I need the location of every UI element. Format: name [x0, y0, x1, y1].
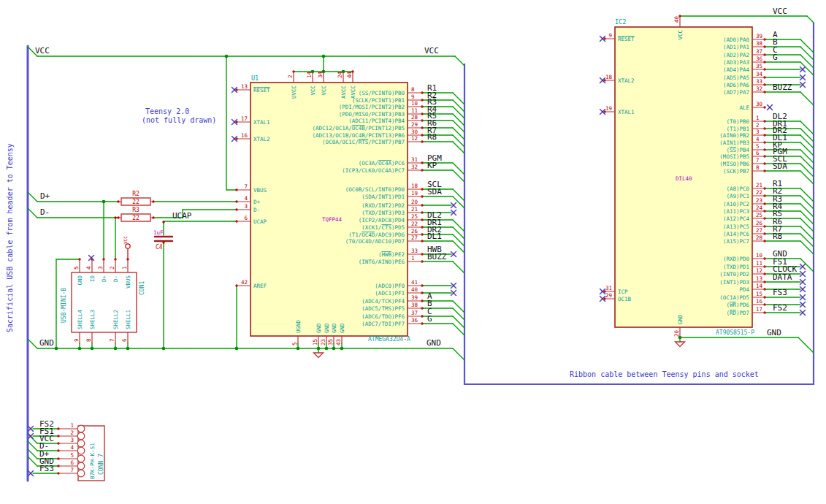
- pin-name: (INT0)PD2: [719, 271, 749, 278]
- pin-name: OC1B: [618, 296, 632, 302]
- pin-number: 20: [411, 199, 418, 205]
- net-label: GND: [39, 338, 54, 348]
- pin-number: 4: [85, 266, 92, 270]
- pin-name: D-: [112, 275, 119, 282]
- pin-number: 2: [109, 266, 115, 270]
- pin-name: (MISO)PB6: [719, 161, 749, 167]
- net-label: FS2: [773, 303, 787, 313]
- resistor-value: 22: [132, 199, 139, 205]
- pin-name: (HWB)PE2: [378, 251, 405, 258]
- net-label: GND: [427, 338, 441, 348]
- con1-reference: CON1: [139, 281, 145, 295]
- pin-number: 4: [756, 136, 760, 142]
- pin-name: GND: [316, 323, 322, 333]
- pin-number: 33: [411, 248, 418, 254]
- pin-name: RESET: [618, 36, 635, 42]
- pin-number: 18: [605, 74, 613, 80]
- pin-number: 15: [756, 291, 762, 297]
- pin-number: 10: [756, 252, 763, 259]
- net-label: G: [773, 53, 778, 62]
- pin-name: (ADC0)PF0: [375, 283, 405, 289]
- pin-name: (ADC11/PCINT4)PB4: [348, 118, 405, 124]
- pin-number: 6: [70, 459, 74, 466]
- pin-number: 22: [411, 221, 418, 227]
- pin-name: VBUS: [125, 275, 131, 289]
- no-connect-icon: [768, 105, 773, 110]
- pin-number: 23: [756, 197, 762, 204]
- pin-number: 10: [411, 100, 418, 107]
- schematic-page: R1R2R3R4R5R6R7R8PGMKPSCLSDADL2DR1DR2DL1H…: [0, 0, 826, 504]
- pin-name: RESET: [253, 87, 270, 93]
- pin-number: 41: [411, 279, 418, 286]
- capacitor-value: 1uF: [153, 229, 164, 236]
- pin-number: 21: [411, 206, 418, 213]
- pin-name: VCC: [310, 85, 316, 96]
- pin-number: 3: [244, 203, 248, 210]
- net-label: VCC: [424, 46, 439, 56]
- component-r2: R222: [121, 191, 150, 205]
- pin-name: (T0/OC4D/ADC10)PD7: [345, 238, 405, 245]
- pin-number: 16: [241, 132, 248, 139]
- pin-number: 20: [673, 329, 680, 337]
- pin-number: 14: [306, 71, 313, 78]
- pin-number: 40: [411, 286, 418, 293]
- net-label: FS3: [773, 288, 787, 297]
- pin-name: SHELL3: [89, 310, 96, 329]
- pin-number: 8: [756, 164, 760, 171]
- pin-name: (AD5)PA5: [723, 75, 749, 81]
- pin-name: (ADC7/TDI)PF7: [362, 321, 405, 327]
- pin-number: 28: [411, 114, 418, 121]
- ic2-reference: IC2: [615, 18, 626, 26]
- component-u1: U1TQFP44ATMEGA32U4-A13RESET17XTAL116XTAL…: [237, 71, 422, 345]
- pin-number: 39: [756, 33, 762, 39]
- vcc-power-symbol: VCC: [123, 236, 130, 259]
- pin-number: 5: [70, 452, 74, 459]
- pin-name: GND: [324, 323, 330, 333]
- gnd-symbol: [314, 348, 324, 358]
- pin-name: SHELL4: [77, 309, 83, 329]
- conn7-value: B7K-PH-K-S1: [89, 443, 96, 479]
- pin-number: 19: [411, 190, 418, 196]
- net-label: R8: [773, 232, 782, 241]
- pin-number: 34: [756, 71, 763, 77]
- net-label: KP: [427, 161, 437, 170]
- pin-name: (AD6)PA6: [723, 82, 750, 88]
- pin-name: GND: [339, 323, 345, 333]
- pin-number: 9: [411, 93, 415, 100]
- resistor-reference: R2: [132, 191, 139, 197]
- pin-number: 13: [241, 83, 248, 90]
- pin-name: (SCK)PB7: [723, 168, 749, 175]
- pin-name: (OC3A/OC4A)PC6: [359, 160, 405, 167]
- pin-name: (PDI/MOSI/PCINT2)PB2: [339, 104, 405, 110]
- ic2-field: AT90S8515-P: [716, 329, 754, 336]
- pin-number: 13: [756, 275, 762, 282]
- pin-name: (RXD/INT2)PD2: [362, 202, 405, 209]
- pin-number: 36: [756, 56, 763, 62]
- pin-name: (ICP2/ADC8)PD4: [359, 217, 405, 224]
- pin-number: 31: [605, 285, 612, 291]
- pin-number: 18: [411, 183, 418, 189]
- pin-number: 29: [411, 121, 418, 128]
- pin-number: 40: [673, 15, 680, 23]
- pin-name: AREF: [253, 283, 267, 289]
- pin-number: 24: [337, 71, 343, 78]
- pin-name: (PDO/MISO/PCINT3)PB3: [339, 111, 405, 118]
- pin-name: (XCK1/CTS)PD5: [362, 224, 405, 231]
- conn7-reference: CONN_7: [98, 454, 104, 475]
- pin-number: 8: [411, 86, 415, 93]
- pin-number: 29: [605, 292, 612, 299]
- pin-name: (ADC13/OC1B/OC4B/PCINT13)PB6: [313, 132, 405, 139]
- pin-number: 4: [244, 195, 248, 202]
- pin-name: (AD2)PA2: [723, 52, 749, 58]
- pin-name: XTAL2: [253, 136, 270, 142]
- pin-name: VCC: [321, 85, 327, 96]
- pin-number: 9: [73, 338, 80, 342]
- pin-number: 25: [411, 213, 418, 220]
- note-text: Teensy 2.0: [145, 107, 189, 115]
- pin-name: VBUS: [253, 187, 267, 194]
- pin-number: 6: [121, 338, 128, 342]
- pin-number: 42: [241, 279, 248, 286]
- pin-name: SHELL2: [112, 310, 119, 329]
- pin-name: GND: [677, 314, 684, 324]
- pin-number: 38: [411, 302, 418, 308]
